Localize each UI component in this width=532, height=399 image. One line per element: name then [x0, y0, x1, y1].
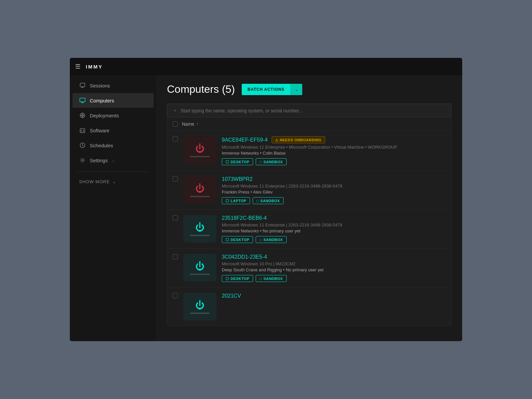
computer-name[interactable]: 23518F2C-BEB6-4: [222, 215, 267, 221]
sandbox-tag-icon: □: [256, 199, 259, 203]
search-icon: ⚬: [173, 107, 177, 114]
computers-table: ⚬ Name ↑ ⏻: [167, 103, 452, 326]
sidebar-item-sessions[interactable]: Sessions: [72, 78, 154, 93]
table-row: ⏻ 2021CV: [167, 288, 451, 326]
computer-meta: Microsoft Windows 10 Pro | 9M22CM2: [222, 261, 446, 266]
computer-name[interactable]: 2021CV: [222, 293, 241, 299]
sidebar-item-deployments[interactable]: Deployments: [72, 108, 154, 123]
tag-label: SANDBOX: [263, 277, 283, 281]
sidebar-item-label: Settings: [90, 158, 108, 163]
monitor-base: [190, 313, 210, 314]
table-row: ⏻ 9ACE84EF-EF59-4 △ NEEDS ONBOARDING Mic…: [167, 131, 451, 171]
tag-label: DESKTOP: [231, 238, 249, 242]
computer-user: Immense Networks • Colin Blaise: [222, 151, 446, 156]
power-icon: ⏻: [195, 183, 204, 194]
select-all-checkbox[interactable]: [173, 121, 178, 127]
schedules-icon: [79, 142, 86, 149]
tag-desktop: ▢ DESKTOP: [222, 158, 253, 165]
computer-tags: ▢ DESKTOP □ SANDBOX: [222, 236, 446, 243]
tag-sandbox: □ SANDBOX: [253, 197, 284, 204]
row-checkbox[interactable]: [173, 215, 178, 220]
page-title: Computers (5): [167, 83, 235, 95]
sidebar-item-label: Schedules: [90, 143, 113, 148]
batch-actions-label: BATCH ACTIONS: [242, 84, 291, 95]
computers-icon: [79, 97, 86, 104]
computer-info: 9ACE84EF-EF59-4 △ NEEDS ONBOARDING Micro…: [222, 136, 446, 165]
row-checkbox[interactable]: [173, 293, 178, 298]
svg-rect-3: [80, 98, 85, 102]
computer-info: 23518F2C-BEB6-4 Microsoft Windows 11 Ent…: [222, 215, 446, 243]
tag-label: SANDBOX: [263, 238, 283, 242]
tag-label: DESKTOP: [231, 277, 249, 281]
hamburger-icon[interactable]: ☰: [75, 63, 80, 70]
row-checkbox[interactable]: [173, 136, 178, 142]
sidebar-item-label: Sessions: [90, 83, 110, 88]
computer-info: 3C042DD1-23E5-4 Microsoft Windows 10 Pro…: [222, 254, 446, 282]
sandbox-tag-icon: □: [259, 160, 262, 164]
monitor-base: [190, 274, 210, 275]
show-more-button[interactable]: SHOW MORE ⌄: [70, 176, 156, 188]
deployments-icon: [79, 112, 86, 119]
power-icon: ⏻: [195, 143, 204, 154]
computer-name-row: 9ACE84EF-EF59-4 △ NEEDS ONBOARDING: [222, 136, 446, 143]
sidebar: Sessions Computers: [70, 75, 156, 341]
svg-rect-8: [80, 129, 85, 133]
svg-point-10: [82, 160, 83, 161]
tag-desktop: ▢ DESKTOP: [222, 236, 253, 243]
badge-label: NEEDS ONBOARDING: [280, 138, 321, 142]
computer-name[interactable]: 3C042DD1-23E5-4: [222, 254, 267, 260]
computer-name-row: 1073WBPR2: [222, 176, 446, 182]
row-checkbox[interactable]: [173, 176, 178, 182]
computer-info: 1073WBPR2 Microsoft Windows 11 Enterpris…: [222, 176, 446, 204]
search-input[interactable]: [181, 108, 446, 113]
row-checkbox[interactable]: [173, 254, 178, 259]
tag-label: LAPTOP: [231, 199, 246, 203]
page-header: Computers (5) BATCH ACTIONS ⌄: [167, 83, 452, 95]
batch-actions-button[interactable]: BATCH ACTIONS ⌄: [242, 84, 302, 95]
computer-name-row: 3C042DD1-23E5-4: [222, 254, 446, 260]
logo: IMMY: [86, 64, 103, 69]
tag-label: SANDBOX: [263, 160, 283, 164]
sidebar-item-label: Deployments: [90, 113, 119, 118]
sort-icon: ↑: [196, 122, 198, 126]
sidebar-item-computers[interactable]: Computers: [72, 93, 154, 108]
needs-onboarding-badge: △ NEEDS ONBOARDING: [272, 136, 325, 143]
sidebar-item-label: Computers: [90, 98, 114, 103]
computer-name[interactable]: 1073WBPR2: [222, 176, 253, 182]
settings-icon: [79, 157, 86, 164]
monitor-base: [190, 235, 210, 236]
sidebar-item-schedules[interactable]: Schedules: [72, 138, 154, 153]
computer-thumbnail: ⏻: [183, 293, 216, 320]
power-icon: ⏻: [195, 222, 204, 233]
computer-tags: ▢ LAPTOP □ SANDBOX: [222, 197, 446, 204]
search-bar: ⚬: [167, 104, 451, 117]
sessions-icon: [79, 82, 86, 89]
sidebar-item-settings[interactable]: Settings ⌄: [72, 153, 154, 168]
settings-chevron-icon: ⌄: [112, 158, 115, 163]
name-header-label: Name: [182, 121, 194, 127]
svg-rect-0: [80, 83, 85, 87]
sidebar-item-software[interactable]: Software: [72, 123, 154, 138]
batch-actions-chevron-icon: ⌄: [291, 84, 302, 95]
tag-label: DESKTOP: [231, 160, 249, 164]
desktop-tag-icon: ▢: [225, 276, 229, 281]
computer-thumbnail: ⏻: [183, 215, 216, 242]
sandbox-tag-icon: □: [259, 277, 262, 281]
computer-user: Deep South Crane and Rigging • No primar…: [222, 267, 446, 272]
tag-sandbox: □ SANDBOX: [256, 275, 287, 282]
computer-name-row: 2021CV: [222, 293, 446, 299]
computer-thumbnail: ⏻: [183, 136, 216, 164]
computer-name[interactable]: 9ACE84EF-EF59-4: [222, 137, 268, 143]
sandbox-tag-icon: □: [259, 238, 262, 242]
main-layout: Sessions Computers: [70, 75, 462, 341]
show-more-label: SHOW MORE: [79, 179, 110, 184]
app-window: ☰ IMMY Sessions: [70, 58, 462, 341]
sidebar-divider: [76, 172, 150, 172]
tag-laptop: ▢ LAPTOP: [222, 197, 250, 204]
computer-tags: ▢ DESKTOP □ SANDBOX: [222, 275, 446, 282]
laptop-tag-icon: ▢: [225, 199, 229, 203]
tag-sandbox: □ SANDBOX: [256, 236, 287, 243]
computer-tags: ▢ DESKTOP □ SANDBOX: [222, 158, 446, 165]
name-column-header[interactable]: Name ↑: [182, 121, 198, 127]
desktop-tag-icon: ▢: [225, 160, 229, 164]
